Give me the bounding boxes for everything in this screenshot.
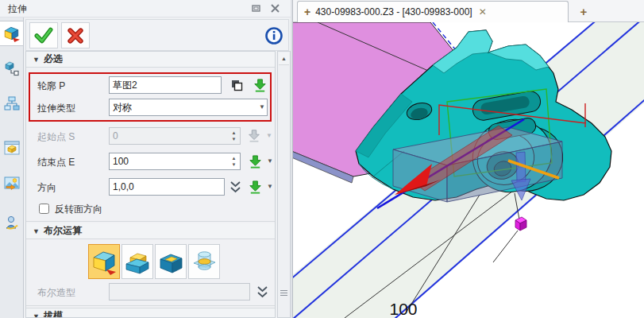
reference-geometry-icon [4,60,20,76]
section-boolean-label: 布尔运算 [44,225,82,236]
document-tab-active[interactable]: + 430-09983-000.Z3 - [430-09983-000] ✕ [297,1,569,22]
extrude-type-label: 拉伸类型 [37,99,75,117]
double-chevron-down-icon [229,180,241,194]
close-glyph [270,3,280,14]
panel-close-icon[interactable] [270,3,283,14]
drag-handle-cube[interactable] [515,217,526,231]
cancel-button[interactable] [61,22,90,48]
end-point-caret-icon[interactable]: ▼ [267,157,273,165]
ok-check-icon [34,27,53,45]
section-header-boolean[interactable]: ▼布尔运算 [26,223,275,239]
tab-title: 430-09983-000.Z3 - [430-09983-000] [315,6,472,17]
boolean-shape-expand-button[interactable] [255,284,269,300]
profile-label: 轮廓 P [37,77,65,95]
extrude-cube-icon [3,25,21,42]
ok-button[interactable] [29,22,58,48]
boolean-base-icon [91,248,117,275]
green-pick-arrow-icon [248,154,263,169]
user-icon [4,215,20,231]
dock-icon[interactable] [251,3,264,14]
collapse-triangle-icon: ▼ [33,227,40,235]
flip-face-label: 反转面方向 [55,203,102,216]
tab-close-icon[interactable]: ✕ [479,6,487,17]
direction-label: 方向 [37,179,56,196]
panel-main: ▼必选 轮廓 P 拉伸类型 对称 ▼ 起始点 S [24,17,291,318]
panel-scrollbar[interactable]: ▲ [277,51,291,318]
end-point-input[interactable] [109,153,241,170]
boolean-shape-input [109,283,250,301]
direction-input[interactable] [109,178,225,196]
sidebar-item-hierarchy-tree[interactable] [0,91,23,116]
dock-glyph [251,3,262,14]
profile-input[interactable] [109,76,222,94]
render-image-icon [4,175,20,191]
start-point-input [109,127,241,145]
direction-caret-icon[interactable]: ▼ [267,183,273,190]
sidebar-item-user[interactable] [0,210,23,235]
boolean-op-add-button[interactable] [121,244,153,279]
cancel-x-icon [67,27,84,45]
boolean-op-base-button[interactable] [88,244,120,279]
section-header-draft[interactable]: ▼拔模 [26,308,275,318]
sidebar-item-reference-geometry[interactable] [0,56,23,81]
extrude-type-caret-icon[interactable]: ▼ [259,103,265,111]
flip-face-checkbox[interactable] [39,204,49,214]
panel-resize-grip[interactable] [280,287,287,298]
pick-profile-button[interactable] [250,76,269,95]
panel-toolbar [25,19,289,51]
pick-direction-button[interactable] [245,177,264,196]
info-icon [265,27,283,45]
extrude-form: ▼必选 轮廓 P 拉伸类型 对称 ▼ 起始点 S [25,51,276,318]
extrude-type-select[interactable]: 对称 [109,99,268,116]
pick-start-button-disabled [245,127,263,145]
start-point-spinner: ▲▼ [229,128,239,144]
copy-icon [229,78,244,92]
section-draft-label: 拔模 [44,310,63,318]
section-required-label: 必选 [44,53,63,64]
boolean-intersect-icon [191,248,217,275]
dimension-value-label: 100 [389,300,417,318]
document-tabbar: + 430-09983-000.Z3 - [430-09983-000] ✕ + [293,0,644,22]
viewport: + 430-09983-000.Z3 - [430-09983-000] ✕ + [293,0,644,318]
boolean-op-remove-button[interactable] [155,244,187,279]
section-header-required[interactable]: ▼必选 [26,52,275,68]
sidebar-item-solid-view[interactable] [0,135,23,161]
gray-pick-arrow-icon [247,129,261,143]
boolean-add-icon [125,248,150,275]
pick-end-button[interactable] [245,152,264,171]
new-tab-button[interactable]: + [575,3,592,21]
boolean-shape-label: 布尔造型 [37,284,75,301]
boolean-op-intersect-button[interactable] [188,244,220,279]
3d-scene[interactable]: 100 [293,22,644,318]
copy-profile-button[interactable] [228,76,245,94]
collapse-triangle-icon: ▼ [33,56,40,64]
scrollbar-up-icon[interactable]: ▲ [279,52,289,65]
panel-sidebar [0,17,24,318]
panel-titlebar: 拉伸 [0,0,291,17]
extrude-type-value: 对称 [113,102,132,113]
extrude-dialog-panel: 拉伸 [0,0,291,318]
divider [26,221,275,222]
double-chevron-down-icon [256,285,268,299]
hierarchy-icon [4,95,20,111]
sidebar-item-extrude-tool[interactable] [0,21,23,46]
start-point-caret-icon: ▼ [266,132,272,139]
end-point-label: 结束点 E [37,153,75,171]
green-pick-arrow-icon [253,78,268,93]
handle-drop-line-2 [493,231,518,262]
info-button[interactable] [263,25,285,47]
sidebar-item-render-image[interactable] [0,170,23,196]
collapse-triangle-icon: ▼ [33,312,40,318]
start-point-label: 起始点 S [37,128,75,145]
divider [26,305,275,306]
panel-title: 拉伸 [8,2,27,16]
green-pick-arrow-icon [248,180,263,195]
direction-expand-button[interactable] [228,179,242,195]
solid-view-icon [4,140,20,156]
boolean-remove-icon [158,248,183,275]
end-point-spinner[interactable]: ▲▼ [229,153,239,169]
tab-pin-icon: + [304,6,310,18]
